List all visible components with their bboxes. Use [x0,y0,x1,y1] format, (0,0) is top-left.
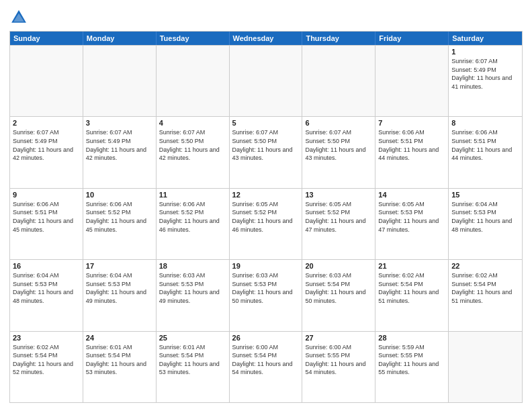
cell-info: Sunrise: 6:02 AMSunset: 5:54 PMDaylight:… [451,271,519,305]
day-number: 28 [378,334,445,342]
day-number: 13 [305,191,372,199]
cell-info: Sunrise: 6:06 AMSunset: 5:51 PMDaylight:… [451,128,519,162]
cell-info: Sunrise: 6:02 AMSunset: 5:54 PMDaylight:… [13,343,80,377]
cell-info: Sunrise: 6:04 AMSunset: 5:53 PMDaylight:… [86,271,153,305]
day-number: 1 [451,48,519,56]
day-number: 3 [86,119,153,127]
day-number: 7 [378,119,445,127]
cal-day-15: 15Sunrise: 6:04 AMSunset: 5:53 PMDayligh… [449,189,522,259]
cal-day-9: 9Sunrise: 6:06 AMSunset: 5:51 PMDaylight… [10,189,83,259]
cell-info: Sunrise: 6:07 AMSunset: 5:50 PMDaylight:… [159,128,226,162]
day-number: 22 [451,262,519,270]
cal-day-20: 20Sunrise: 6:03 AMSunset: 5:54 PMDayligh… [302,260,375,330]
day-number: 24 [86,334,153,342]
cell-info: Sunrise: 6:07 AMSunset: 5:49 PMDaylight:… [13,128,80,162]
cell-info: Sunrise: 6:07 AMSunset: 5:50 PMDaylight:… [305,128,372,162]
cal-day-12: 12Sunrise: 6:05 AMSunset: 5:52 PMDayligh… [230,189,303,259]
cell-info: Sunrise: 6:07 AMSunset: 5:49 PMDaylight:… [451,57,519,91]
day-number: 9 [13,191,80,199]
cal-day-11: 11Sunrise: 6:06 AMSunset: 5:52 PMDayligh… [157,189,230,259]
cell-info: Sunrise: 6:05 AMSunset: 5:53 PMDaylight:… [378,200,445,234]
day-number: 16 [13,262,80,270]
cell-info: Sunrise: 6:00 AMSunset: 5:55 PMDaylight:… [305,343,372,377]
cell-info: Sunrise: 6:06 AMSunset: 5:51 PMDaylight:… [378,128,445,162]
cell-info: Sunrise: 6:02 AMSunset: 5:54 PMDaylight:… [378,271,445,305]
logo [9,8,31,27]
cal-header-tuesday: Tuesday [157,32,230,45]
day-number: 8 [451,119,519,127]
day-number: 20 [305,262,372,270]
cell-info: Sunrise: 6:07 AMSunset: 5:49 PMDaylight:… [86,128,153,162]
cal-header-sunday: Sunday [10,32,83,45]
calendar-header-row: SundayMondayTuesdayWednesdayThursdayFrid… [10,32,522,45]
day-number: 5 [232,119,300,127]
cal-empty-4-6 [449,332,522,402]
cell-info: Sunrise: 6:03 AMSunset: 5:53 PMDaylight:… [232,271,300,305]
day-number: 11 [159,191,226,199]
page: SundayMondayTuesdayWednesdayThursdayFrid… [0,0,532,411]
header [9,8,523,27]
cal-day-16: 16Sunrise: 6:04 AMSunset: 5:53 PMDayligh… [10,260,83,330]
cal-day-4: 4Sunrise: 6:07 AMSunset: 5:50 PMDaylight… [157,117,230,187]
cell-info: Sunrise: 6:06 AMSunset: 5:51 PMDaylight:… [13,200,80,234]
cal-day-2: 2Sunrise: 6:07 AMSunset: 5:49 PMDaylight… [10,117,83,187]
cal-day-21: 21Sunrise: 6:02 AMSunset: 5:54 PMDayligh… [375,260,449,330]
day-number: 2 [13,119,80,127]
day-number: 17 [86,262,153,270]
day-number: 4 [159,119,226,127]
cal-day-7: 7Sunrise: 6:06 AMSunset: 5:51 PMDaylight… [375,117,449,187]
cell-info: Sunrise: 6:01 AMSunset: 5:54 PMDaylight:… [159,343,226,377]
cal-day-3: 3Sunrise: 6:07 AMSunset: 5:49 PMDaylight… [83,117,157,187]
cal-empty-0-5 [375,46,449,116]
cal-empty-0-3 [230,46,303,116]
cal-day-18: 18Sunrise: 6:03 AMSunset: 5:53 PMDayligh… [157,260,230,330]
cal-week-2: 9Sunrise: 6:06 AMSunset: 5:51 PMDaylight… [10,188,522,259]
cal-header-wednesday: Wednesday [230,32,303,45]
logo-icon [9,8,28,27]
cal-week-4: 23Sunrise: 6:02 AMSunset: 5:54 PMDayligh… [10,331,522,402]
calendar: SundayMondayTuesdayWednesdayThursdayFrid… [9,31,523,403]
cal-day-17: 17Sunrise: 6:04 AMSunset: 5:53 PMDayligh… [83,260,157,330]
cal-day-10: 10Sunrise: 6:06 AMSunset: 5:52 PMDayligh… [83,189,157,259]
cal-empty-0-2 [157,46,230,116]
day-number: 19 [232,262,300,270]
day-number: 14 [378,191,445,199]
cal-header-friday: Friday [375,32,449,45]
day-number: 23 [13,334,80,342]
day-number: 15 [451,191,519,199]
cal-empty-0-0 [10,46,83,116]
cell-info: Sunrise: 6:06 AMSunset: 5:52 PMDaylight:… [86,200,153,234]
cell-info: Sunrise: 6:06 AMSunset: 5:52 PMDaylight:… [159,200,226,234]
cell-info: Sunrise: 6:04 AMSunset: 5:53 PMDaylight:… [13,271,80,305]
day-number: 10 [86,191,153,199]
cal-day-19: 19Sunrise: 6:03 AMSunset: 5:53 PMDayligh… [230,260,303,330]
cell-info: Sunrise: 6:04 AMSunset: 5:53 PMDaylight:… [451,200,519,234]
cal-week-0: 1Sunrise: 6:07 AMSunset: 5:49 PMDaylight… [10,45,522,116]
day-number: 18 [159,262,226,270]
cal-day-28: 28Sunrise: 5:59 AMSunset: 5:55 PMDayligh… [375,332,449,402]
day-number: 6 [305,119,372,127]
cal-empty-0-4 [302,46,375,116]
cell-info: Sunrise: 6:05 AMSunset: 5:52 PMDaylight:… [305,200,372,234]
day-number: 26 [232,334,300,342]
cal-week-1: 2Sunrise: 6:07 AMSunset: 5:49 PMDaylight… [10,116,522,187]
day-number: 12 [232,191,300,199]
cal-day-5: 5Sunrise: 6:07 AMSunset: 5:50 PMDaylight… [230,117,303,187]
cell-info: Sunrise: 6:00 AMSunset: 5:54 PMDaylight:… [232,343,300,377]
cell-info: Sunrise: 6:01 AMSunset: 5:54 PMDaylight:… [86,343,153,377]
cal-day-23: 23Sunrise: 6:02 AMSunset: 5:54 PMDayligh… [10,332,83,402]
day-number: 25 [159,334,226,342]
cal-day-8: 8Sunrise: 6:06 AMSunset: 5:51 PMDaylight… [449,117,522,187]
cell-info: Sunrise: 6:03 AMSunset: 5:54 PMDaylight:… [305,271,372,305]
cal-week-3: 16Sunrise: 6:04 AMSunset: 5:53 PMDayligh… [10,259,522,330]
cal-header-monday: Monday [83,32,157,45]
cal-header-thursday: Thursday [302,32,375,45]
cal-day-27: 27Sunrise: 6:00 AMSunset: 5:55 PMDayligh… [302,332,375,402]
day-number: 21 [378,262,445,270]
day-number: 27 [305,334,372,342]
cell-info: Sunrise: 6:05 AMSunset: 5:52 PMDaylight:… [232,200,300,234]
cal-day-13: 13Sunrise: 6:05 AMSunset: 5:52 PMDayligh… [302,189,375,259]
calendar-body: 1Sunrise: 6:07 AMSunset: 5:49 PMDaylight… [10,45,522,402]
cal-day-25: 25Sunrise: 6:01 AMSunset: 5:54 PMDayligh… [157,332,230,402]
cal-header-saturday: Saturday [449,32,522,45]
